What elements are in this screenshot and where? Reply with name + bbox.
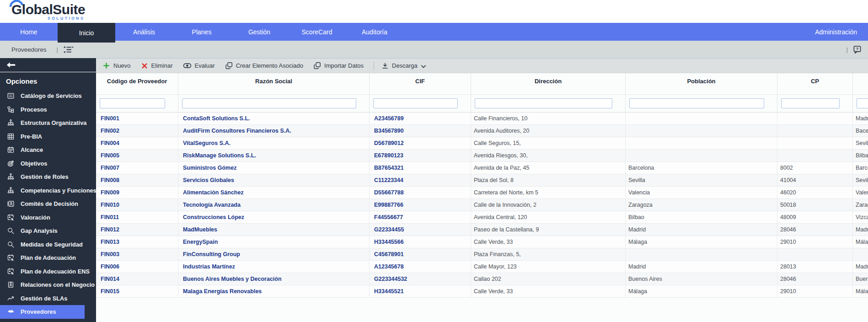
filter-input-cp[interactable] bbox=[781, 98, 840, 108]
cell-cif[interactable]: D56789012 bbox=[370, 137, 471, 149]
cell-cif[interactable]: E67890123 bbox=[370, 150, 471, 161]
sidebar-item-estructura-organizativa[interactable]: Estructura Organizativa bbox=[0, 116, 85, 130]
cell-cif[interactable]: A12345678 bbox=[370, 261, 471, 273]
sidebar-item-pre-bia[interactable]: Pre-BIA bbox=[0, 130, 85, 144]
cell-cif[interactable]: H33445521 bbox=[370, 285, 471, 297]
filter-input-codigo-de-proveedor[interactable] bbox=[100, 98, 165, 108]
cell-code[interactable]: FIN010 bbox=[96, 199, 178, 211]
column-header-razon-social[interactable]: Razón Social bbox=[178, 73, 370, 94]
cell-code[interactable]: FIN003 bbox=[96, 248, 178, 260]
cell-cif[interactable]: G223344532 bbox=[370, 273, 471, 285]
cell-name[interactable]: Industrias Martínez bbox=[178, 261, 370, 273]
column-header-cif[interactable]: CIF bbox=[370, 73, 471, 94]
table-row[interactable]: FIN007Suministros GómezB87654321Avenida … bbox=[96, 162, 868, 174]
toolbar-crear-elemento-asociado-button[interactable]: Crear Elemento Asociado bbox=[225, 62, 303, 70]
cell-cif[interactable]: C45678901 bbox=[370, 248, 471, 260]
cell-code[interactable]: FIN014 bbox=[96, 273, 178, 285]
cell-name[interactable]: Construcciones López bbox=[178, 211, 370, 223]
cell-cif[interactable]: F44556677 bbox=[370, 211, 471, 223]
cell-name[interactable]: FinConsulting Group bbox=[178, 248, 370, 260]
filter-input-direccion[interactable] bbox=[475, 98, 612, 108]
table-row[interactable]: FIN004VitalSeguros S.A.D56789012Calle Se… bbox=[96, 137, 868, 150]
table-row[interactable]: FIN011Construcciones LópezF44556677Aveni… bbox=[96, 211, 868, 224]
cell-code[interactable]: FIN001 bbox=[96, 113, 178, 124]
logo[interactable]: GlobalSuite SOLUTIONS bbox=[11, 2, 85, 17]
list-options-icon[interactable] bbox=[63, 46, 74, 54]
cell-code[interactable]: FIN006 bbox=[96, 261, 178, 273]
cell-name[interactable]: AuditFirm Consultores Financieros S.A. bbox=[178, 125, 370, 137]
nav-tab-planes[interactable]: Planes bbox=[173, 23, 230, 41]
toolbar-importar-datos-button[interactable]: Importar Datos bbox=[313, 62, 364, 70]
column-header-poblacion[interactable]: Población bbox=[626, 73, 777, 94]
sidebar-item-objetivos[interactable]: Objetivos bbox=[0, 157, 85, 171]
cell-cif[interactable]: C11223344 bbox=[370, 174, 471, 186]
table-row[interactable]: FIN015Malaga Energías RenovablesH3344552… bbox=[96, 285, 868, 298]
table-row[interactable]: FIN008Servicios GlobalesC11223344Plaza d… bbox=[96, 174, 868, 187]
cell-cif[interactable]: H33445566 bbox=[370, 236, 471, 248]
sidebar-item-plan-de-adecuacion[interactable]: Plan de Adecuación bbox=[0, 251, 85, 265]
nav-tab-gestion[interactable]: Gestión bbox=[230, 23, 288, 41]
column-header-cp[interactable]: CP bbox=[777, 73, 853, 94]
nav-tab-home[interactable]: Home bbox=[0, 23, 58, 41]
toolbar-eliminar-button[interactable]: Eliminar bbox=[141, 62, 173, 70]
cell-name[interactable]: ContaSoft Solutions S.L. bbox=[178, 113, 370, 124]
cell-name[interactable]: Servicios Globales bbox=[178, 174, 370, 186]
cell-cif[interactable]: D55667788 bbox=[370, 187, 471, 199]
cell-name[interactable]: Buenos Aires Muebles y Decoración bbox=[178, 273, 370, 285]
cell-name[interactable]: RiskManage Solutions S.L. bbox=[178, 150, 370, 161]
toolbar-evaluar-button[interactable]: Evaluar bbox=[183, 61, 215, 70]
sidebar-item-medidas-de-seguridad[interactable]: Medidas de Seguridad bbox=[0, 238, 85, 252]
filter-input-cif[interactable] bbox=[373, 98, 458, 108]
nav-tab-inicio[interactable]: Inicio bbox=[58, 23, 115, 43]
cell-code[interactable]: FIN007 bbox=[96, 162, 178, 174]
column-header-codigo-de-proveedor[interactable]: Código de Proveedor bbox=[96, 73, 178, 94]
cell-name[interactable]: Alimentación Sánchez bbox=[178, 187, 370, 199]
sidebar-item-gestion-de-slas[interactable]: Gestión de SLAs bbox=[0, 292, 85, 306]
sidebar-item-catalogo-de-servicios[interactable]: Catálogo de Servicios bbox=[0, 89, 85, 103]
sidebar-item-proveedores[interactable]: Proveedores bbox=[0, 305, 85, 319]
table-row[interactable]: FIN001ContaSoft Solutions S.L.A23456789C… bbox=[96, 113, 868, 125]
sidebar-item-gestion-de-roles[interactable]: Gestión de Roles bbox=[0, 170, 85, 184]
table-row[interactable]: FIN006Industrias MartínezA12345678Calle … bbox=[96, 261, 868, 273]
table-row[interactable]: FIN012MadMueblesG22334455Paseo de la Cas… bbox=[96, 224, 868, 236]
filter-input-poblacion[interactable] bbox=[629, 98, 764, 108]
column-header-direccion[interactable]: Dirección bbox=[471, 73, 626, 94]
table-row[interactable]: FIN005RiskManage Solutions S.L.E67890123… bbox=[96, 150, 868, 162]
help-icon[interactable]: ? bbox=[853, 45, 862, 54]
nav-tab-scorecard[interactable]: ScoreCard bbox=[288, 23, 346, 41]
cell-name[interactable]: MadMuebles bbox=[178, 224, 370, 236]
filter-input-col-6[interactable] bbox=[857, 98, 868, 108]
table-row[interactable]: FIN003FinConsulting GroupC45678901Plaza … bbox=[96, 248, 868, 261]
filter-input-razon-social[interactable] bbox=[182, 98, 356, 108]
cell-code[interactable]: FIN002 bbox=[96, 125, 178, 137]
table-row[interactable]: FIN002AuditFirm Consultores Financieros … bbox=[96, 125, 868, 137]
sidebar-item-relaciones-con-el-negocio[interactable]: Relaciones con el Negocio bbox=[0, 278, 85, 292]
cell-code[interactable]: FIN015 bbox=[96, 285, 178, 297]
nav-tab-auditoria[interactable]: Auditoría bbox=[346, 23, 403, 41]
cell-code[interactable]: FIN011 bbox=[96, 211, 178, 223]
cell-code[interactable]: FIN004 bbox=[96, 137, 178, 149]
cell-name[interactable]: Tecnología Avanzada bbox=[178, 199, 370, 211]
nav-tab-administracion[interactable]: Administración bbox=[804, 23, 868, 41]
cell-name[interactable]: VitalSeguros S.A. bbox=[178, 137, 370, 149]
sidebar-item-gap-analysis[interactable]: Gap Analysis bbox=[0, 224, 85, 238]
back-arrow-icon[interactable] bbox=[6, 60, 16, 70]
toolbar-descarga-button[interactable]: Descarga bbox=[381, 62, 426, 70]
cell-code[interactable]: FIN013 bbox=[96, 236, 178, 248]
cell-cif[interactable]: E99887766 bbox=[370, 199, 471, 211]
cell-code[interactable]: FIN008 bbox=[96, 174, 178, 186]
cell-cif[interactable]: B34567890 bbox=[370, 125, 471, 137]
table-row[interactable]: FIN009Alimentación SánchezD55667788Carre… bbox=[96, 187, 868, 199]
cell-name[interactable]: Suministros Gómez bbox=[178, 162, 370, 174]
cell-name[interactable]: Malaga Energías Renovables bbox=[178, 285, 370, 297]
sidebar-item-plan-de-adecuacion-ens[interactable]: Plan de Adecuación ENS bbox=[0, 265, 85, 279]
nav-tab-analisis[interactable]: Análisis bbox=[115, 23, 173, 41]
cell-code[interactable]: FIN009 bbox=[96, 187, 178, 199]
cell-cif[interactable]: B87654321 bbox=[370, 162, 471, 174]
sidebar-item-valoracion[interactable]: Valoración bbox=[0, 211, 85, 225]
sidebar-item-competencias-y-funciones[interactable]: Competencias y Funciones bbox=[0, 184, 85, 198]
cell-name[interactable]: EnergySpain bbox=[178, 236, 370, 248]
table-row[interactable]: FIN013EnergySpainH33445566Calle Verde, 3… bbox=[96, 236, 868, 248]
sidebar-item-procesos[interactable]: Procesos bbox=[0, 103, 85, 117]
column-header-col-6[interactable] bbox=[853, 73, 868, 94]
